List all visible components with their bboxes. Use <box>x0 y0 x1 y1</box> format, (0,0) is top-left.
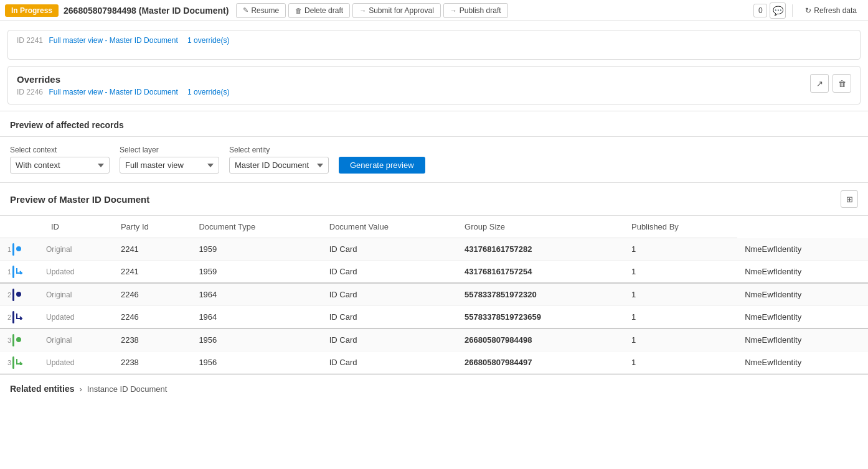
col-header-published-by: Published By <box>624 216 737 238</box>
row-doc-type: ID Card <box>322 306 457 329</box>
comment-count: 0 <box>753 4 767 17</box>
comment-button[interactable]: 💬 <box>770 2 786 19</box>
overrides-link[interactable]: Full master view - Master ID Document <box>49 88 180 96</box>
table-row: 1Original22411959ID Card4317681617572821… <box>0 238 868 261</box>
overrides-count-link[interactable]: 1 override(s) <box>187 88 229 96</box>
row-type-label: Original <box>44 238 113 261</box>
table-row: 3Updated22381956ID Card2668058079844971N… <box>0 351 868 374</box>
table-row: 2Updated22461964ID Card55783378519723659… <box>0 306 868 329</box>
override-link[interactable]: 1 override(s) <box>187 36 229 45</box>
refresh-button[interactable]: ↻ Refresh data <box>799 4 863 17</box>
preview-table: ID Party Id Document Type Document Value… <box>0 216 868 374</box>
row-id: 2238 <box>113 351 191 374</box>
row-type-label: Original <box>44 283 113 306</box>
original-dot-icon <box>16 290 22 299</box>
group-color-bar <box>12 266 14 278</box>
card-header: ID 2241 Full master view - Master ID Doc… <box>17 35 851 54</box>
col-header-group-size: Group Size <box>457 216 624 238</box>
resume-button[interactable]: ✎ Resume <box>236 3 286 18</box>
col-header-indicator <box>0 216 44 238</box>
row-indicator-cell: 2 <box>0 283 44 306</box>
col-header-party-id: Party Id <box>113 216 191 238</box>
row-published-by: NmeEwfIdentity <box>737 351 868 374</box>
row-type-label: Original <box>44 328 113 351</box>
context-filter-group: Select context With context Without cont… <box>10 146 110 174</box>
pencil-icon: ✎ <box>243 6 248 14</box>
status-badge: In Progress <box>5 4 59 17</box>
group-color-bar <box>12 289 14 301</box>
override-link-text: 1 override(s) <box>187 36 229 45</box>
trash-icon: 🗑 <box>295 7 302 14</box>
row-published-by: NmeEwfIdentity <box>737 283 868 306</box>
row-number: 3 <box>2 337 11 344</box>
row-doc-value: 5578337851972320 <box>457 283 624 306</box>
context-select[interactable]: With context Without context <box>10 157 110 174</box>
card-link[interactable]: Full master view - Master ID Document <box>49 36 180 45</box>
row-indicator-cell: 1 <box>0 261 44 284</box>
row-group-size: 1 <box>624 306 737 329</box>
main-content: ID 2241 Full master view - Master ID Doc… <box>0 21 868 402</box>
chevron-right-icon: › <box>79 384 82 394</box>
generate-preview-button[interactable]: Generate preview <box>339 157 425 174</box>
row-indicator-cell: 3 <box>0 351 44 374</box>
resume-label: Resume <box>251 6 279 15</box>
col-header-doc-value: Document Value <box>322 216 457 238</box>
card-link-text: Full master view - Master ID Document <box>49 36 177 45</box>
table-body: 1Original22411959ID Card4317681617572821… <box>0 238 868 374</box>
comment-area: 0 💬 <box>753 2 786 19</box>
layer-select[interactable]: Full master view <box>120 157 219 174</box>
card-subtitle-row: ID 2241 Full master view - Master ID Doc… <box>17 35 229 45</box>
card-original: ID 2241 Full master view - Master ID Doc… <box>7 30 861 60</box>
doc-title: 266805807984498 (Master ID Document) <box>64 6 229 16</box>
overrides-count: 1 override(s) <box>187 88 229 96</box>
refresh-icon: ↻ <box>805 6 811 15</box>
entity-select[interactable]: Master ID Document <box>229 157 329 174</box>
columns-config-button[interactable]: ⊞ <box>841 190 858 208</box>
table-row: 3Original22381956ID Card2668058079844981… <box>0 328 868 351</box>
related-label: Related entities <box>10 384 74 394</box>
submit-approval-button[interactable]: → Submit for Approval <box>352 3 441 18</box>
row-group-size: 1 <box>624 283 737 306</box>
layer-label: Select layer <box>120 146 219 154</box>
card-overrides-subtitle: ID 2246 Full master view - Master ID Doc… <box>17 88 229 96</box>
row-number: 1 <box>2 268 11 276</box>
card-external-link-button[interactable]: ↗ <box>810 35 829 54</box>
svg-point-2 <box>16 337 21 342</box>
entity-filter-group: Select entity Master ID Document <box>229 146 329 174</box>
row-published-by: NmeEwfIdentity <box>737 328 868 351</box>
col-header-doc-type: Document Type <box>191 216 321 238</box>
card-overrides-info: Overrides ID 2246 Full master view - Mas… <box>17 74 229 96</box>
row-id: 2246 <box>113 283 191 306</box>
card-id: ID 2241 Full master view - Master ID Doc… <box>17 36 229 45</box>
row-indicator-cell: 3 <box>0 328 44 351</box>
row-id: 2241 <box>113 261 191 284</box>
group-color-bar <box>12 311 14 323</box>
updated-arrow-icon <box>16 267 23 276</box>
row-group-size: 1 <box>624 238 737 261</box>
refresh-label: Refresh data <box>814 6 857 15</box>
overrides-external-link-button[interactable]: ↗ <box>810 74 829 93</box>
submit-approval-label: Submit for Approval <box>369 6 434 15</box>
row-published-by: NmeEwfIdentity <box>737 238 868 261</box>
columns-icon: ⊞ <box>846 195 853 204</box>
row-id: 2238 <box>113 328 191 351</box>
card-delete-button[interactable]: 🗑 <box>833 35 851 54</box>
overrides-count-text: 1 override(s) <box>187 88 229 96</box>
top-actions: ✎ Resume 🗑 Delete draft → Submit for App… <box>236 3 507 18</box>
row-doc-type: ID Card <box>322 351 457 374</box>
row-group-size: 1 <box>624 328 737 351</box>
delete-draft-button[interactable]: 🗑 Delete draft <box>288 3 350 18</box>
row-number: 2 <box>2 291 11 299</box>
overrides-delete-button[interactable]: 🗑 <box>833 74 851 93</box>
row-party-id: 1964 <box>191 283 321 306</box>
card-overrides: Overrides ID 2246 Full master view - Mas… <box>7 66 861 104</box>
row-doc-type: ID Card <box>322 238 457 261</box>
updated-arrow-icon <box>16 358 23 367</box>
row-party-id: 1956 <box>191 351 321 374</box>
table-section: Preview of Master ID Document ⊞ ID Party… <box>0 183 868 374</box>
row-number: 1 <box>2 246 11 253</box>
row-party-id: 1964 <box>191 306 321 329</box>
row-type-label: Updated <box>44 261 113 284</box>
row-id: 2246 <box>113 306 191 329</box>
publish-draft-button[interactable]: → Publish draft <box>443 3 508 18</box>
